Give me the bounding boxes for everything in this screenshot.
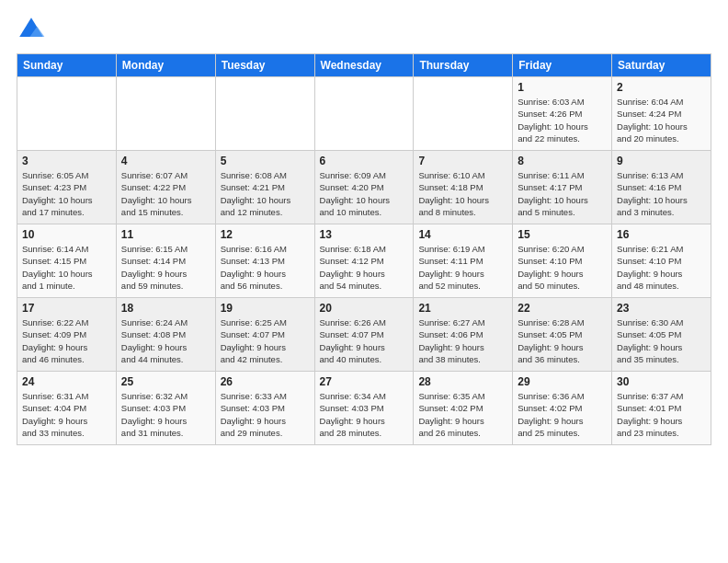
day-number: 16 <box>617 228 706 241</box>
day-cell: 28Sunrise: 6:35 AM Sunset: 4:02 PM Dayli… <box>414 372 513 445</box>
day-number: 7 <box>418 155 507 167</box>
day-number: 30 <box>617 375 706 388</box>
day-cell: 29Sunrise: 6:36 AM Sunset: 4:02 PM Dayli… <box>513 372 612 445</box>
day-info: Sunrise: 6:11 AM Sunset: 4:17 PM Dayligh… <box>518 169 607 218</box>
day-info: Sunrise: 6:19 AM Sunset: 4:11 PM Dayligh… <box>418 243 507 292</box>
day-number: 6 <box>320 155 409 167</box>
day-number: 8 <box>518 155 607 167</box>
day-number: 9 <box>617 155 706 167</box>
day-number: 23 <box>617 302 706 315</box>
day-number: 27 <box>320 375 409 388</box>
header <box>17 15 711 44</box>
day-cell: 30Sunrise: 6:37 AM Sunset: 4:01 PM Dayli… <box>612 372 711 445</box>
day-number: 28 <box>418 375 507 388</box>
day-info: Sunrise: 6:04 AM Sunset: 4:24 PM Dayligh… <box>617 96 706 144</box>
day-number: 11 <box>121 228 210 241</box>
day-number: 21 <box>418 302 507 315</box>
day-cell: 15Sunrise: 6:20 AM Sunset: 4:10 PM Dayli… <box>513 224 612 298</box>
day-info: Sunrise: 6:27 AM Sunset: 4:06 PM Dayligh… <box>418 316 507 365</box>
day-cell: 8Sunrise: 6:11 AM Sunset: 4:17 PM Daylig… <box>513 151 612 224</box>
day-number: 12 <box>221 228 310 241</box>
weekday-header-thursday: Thursday <box>414 54 513 77</box>
day-cell: 2Sunrise: 6:04 AM Sunset: 4:24 PM Daylig… <box>612 77 711 151</box>
weekday-header-sunday: Sunday <box>17 54 117 77</box>
day-info: Sunrise: 6:22 AM Sunset: 4:09 PM Dayligh… <box>22 316 111 365</box>
weekday-header-tuesday: Tuesday <box>215 54 314 77</box>
day-cell: 13Sunrise: 6:18 AM Sunset: 4:12 PM Dayli… <box>314 224 414 298</box>
day-cell: 11Sunrise: 6:15 AM Sunset: 4:14 PM Dayli… <box>116 224 215 298</box>
day-number: 18 <box>121 302 210 315</box>
day-info: Sunrise: 6:35 AM Sunset: 4:02 PM Dayligh… <box>418 390 507 439</box>
day-number: 22 <box>518 302 607 315</box>
day-cell: 6Sunrise: 6:09 AM Sunset: 4:20 PM Daylig… <box>314 151 414 224</box>
day-number: 29 <box>518 375 607 388</box>
day-number: 20 <box>320 302 409 315</box>
day-cell: 12Sunrise: 6:16 AM Sunset: 4:13 PM Dayli… <box>215 224 314 298</box>
weekday-header-monday: Monday <box>116 54 215 77</box>
day-cell: 20Sunrise: 6:26 AM Sunset: 4:07 PM Dayli… <box>314 298 414 372</box>
day-cell: 7Sunrise: 6:10 AM Sunset: 4:18 PM Daylig… <box>414 151 513 224</box>
week-row-3: 10Sunrise: 6:14 AM Sunset: 4:15 PM Dayli… <box>17 224 711 298</box>
logo-icon <box>17 15 46 44</box>
day-cell: 23Sunrise: 6:30 AM Sunset: 4:05 PM Dayli… <box>612 298 711 372</box>
day-cell: 9Sunrise: 6:13 AM Sunset: 4:16 PM Daylig… <box>612 151 711 224</box>
day-cell: 19Sunrise: 6:25 AM Sunset: 4:07 PM Dayli… <box>215 298 314 372</box>
day-cell: 4Sunrise: 6:07 AM Sunset: 4:22 PM Daylig… <box>116 151 215 224</box>
day-info: Sunrise: 6:34 AM Sunset: 4:03 PM Dayligh… <box>320 390 409 439</box>
day-number: 4 <box>121 155 210 167</box>
day-cell: 26Sunrise: 6:33 AM Sunset: 4:03 PM Dayli… <box>215 372 314 445</box>
page: SundayMondayTuesdayWednesdayThursdayFrid… <box>0 0 728 454</box>
day-info: Sunrise: 6:33 AM Sunset: 4:03 PM Dayligh… <box>221 390 310 439</box>
logo <box>17 15 50 44</box>
day-cell: 1Sunrise: 6:03 AM Sunset: 4:26 PM Daylig… <box>513 77 612 151</box>
day-info: Sunrise: 6:18 AM Sunset: 4:12 PM Dayligh… <box>320 243 409 292</box>
day-info: Sunrise: 6:07 AM Sunset: 4:22 PM Dayligh… <box>121 169 210 218</box>
day-cell: 16Sunrise: 6:21 AM Sunset: 4:10 PM Dayli… <box>612 224 711 298</box>
day-cell: 14Sunrise: 6:19 AM Sunset: 4:11 PM Dayli… <box>414 224 513 298</box>
day-number: 14 <box>418 228 507 241</box>
weekday-header-wednesday: Wednesday <box>314 54 414 77</box>
day-number: 10 <box>22 228 111 241</box>
day-number: 2 <box>617 81 706 94</box>
weekday-header-row: SundayMondayTuesdayWednesdayThursdayFrid… <box>17 54 711 77</box>
weekday-header-saturday: Saturday <box>612 54 711 77</box>
day-cell: 17Sunrise: 6:22 AM Sunset: 4:09 PM Dayli… <box>17 298 117 372</box>
day-number: 5 <box>221 155 310 167</box>
day-number: 25 <box>121 375 210 388</box>
day-cell: 27Sunrise: 6:34 AM Sunset: 4:03 PM Dayli… <box>314 372 414 445</box>
weekday-header-friday: Friday <box>513 54 612 77</box>
day-number: 19 <box>221 302 310 315</box>
day-number: 24 <box>22 375 111 388</box>
day-cell <box>116 77 215 151</box>
day-cell: 18Sunrise: 6:24 AM Sunset: 4:08 PM Dayli… <box>116 298 215 372</box>
day-info: Sunrise: 6:08 AM Sunset: 4:21 PM Dayligh… <box>221 169 310 218</box>
day-cell: 21Sunrise: 6:27 AM Sunset: 4:06 PM Dayli… <box>414 298 513 372</box>
day-info: Sunrise: 6:03 AM Sunset: 4:26 PM Dayligh… <box>518 96 607 144</box>
day-number: 17 <box>22 302 111 315</box>
week-row-2: 3Sunrise: 6:05 AM Sunset: 4:23 PM Daylig… <box>17 151 711 224</box>
day-cell <box>414 77 513 151</box>
day-cell: 25Sunrise: 6:32 AM Sunset: 4:03 PM Dayli… <box>116 372 215 445</box>
day-info: Sunrise: 6:30 AM Sunset: 4:05 PM Dayligh… <box>617 316 706 365</box>
day-number: 15 <box>518 228 607 241</box>
day-cell: 24Sunrise: 6:31 AM Sunset: 4:04 PM Dayli… <box>17 372 117 445</box>
day-number: 26 <box>221 375 310 388</box>
day-number: 1 <box>518 81 607 94</box>
week-row-4: 17Sunrise: 6:22 AM Sunset: 4:09 PM Dayli… <box>17 298 711 372</box>
week-row-1: 1Sunrise: 6:03 AM Sunset: 4:26 PM Daylig… <box>17 77 711 151</box>
day-info: Sunrise: 6:16 AM Sunset: 4:13 PM Dayligh… <box>221 243 310 292</box>
day-cell: 5Sunrise: 6:08 AM Sunset: 4:21 PM Daylig… <box>215 151 314 224</box>
calendar-table: SundayMondayTuesdayWednesdayThursdayFrid… <box>17 53 711 445</box>
day-info: Sunrise: 6:14 AM Sunset: 4:15 PM Dayligh… <box>22 243 111 292</box>
day-info: Sunrise: 6:15 AM Sunset: 4:14 PM Dayligh… <box>121 243 210 292</box>
day-info: Sunrise: 6:21 AM Sunset: 4:10 PM Dayligh… <box>617 243 706 292</box>
day-info: Sunrise: 6:28 AM Sunset: 4:05 PM Dayligh… <box>518 316 607 365</box>
day-info: Sunrise: 6:10 AM Sunset: 4:18 PM Dayligh… <box>418 169 507 218</box>
day-info: Sunrise: 6:24 AM Sunset: 4:08 PM Dayligh… <box>121 316 210 365</box>
week-row-5: 24Sunrise: 6:31 AM Sunset: 4:04 PM Dayli… <box>17 372 711 445</box>
day-number: 3 <box>22 155 111 167</box>
day-info: Sunrise: 6:25 AM Sunset: 4:07 PM Dayligh… <box>221 316 310 365</box>
day-info: Sunrise: 6:26 AM Sunset: 4:07 PM Dayligh… <box>320 316 409 365</box>
day-info: Sunrise: 6:37 AM Sunset: 4:01 PM Dayligh… <box>617 390 706 439</box>
day-info: Sunrise: 6:36 AM Sunset: 4:02 PM Dayligh… <box>518 390 607 439</box>
